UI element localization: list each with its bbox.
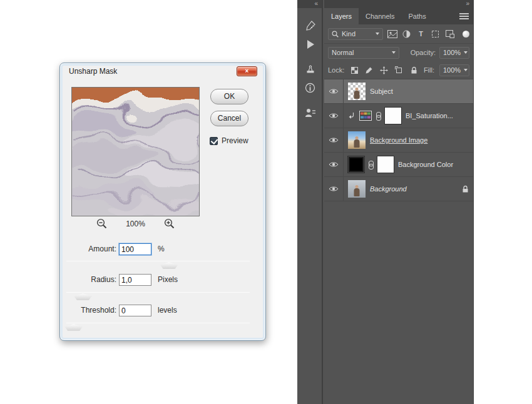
layer-name[interactable]: Background <box>370 185 407 193</box>
link-mask-icon[interactable] <box>369 161 373 169</box>
photoshop-dock: « » Layers Channels Paths <box>297 0 474 404</box>
eye-icon <box>329 88 339 94</box>
eye-icon <box>329 186 339 192</box>
preview-artwork <box>72 88 200 216</box>
kind-filter-label: Kind <box>342 30 356 38</box>
type-layers-filter-icon[interactable]: T <box>416 29 426 39</box>
smart-object-filter-icon[interactable] <box>444 29 455 39</box>
threshold-label: Threshold: <box>64 306 116 315</box>
fill-dropdown[interactable]: 100% <box>439 64 469 76</box>
lock-position-icon[interactable] <box>379 65 389 76</box>
shape-layers-filter-icon[interactable] <box>430 29 441 39</box>
filter-toggle-icon[interactable] <box>463 31 469 38</box>
brush-settings-panel-icon[interactable] <box>297 18 323 33</box>
tab-layers[interactable]: Layers <box>324 8 359 24</box>
actions-panel-icon[interactable] <box>297 37 323 52</box>
visibility-toggle[interactable] <box>324 128 344 152</box>
eye-icon <box>329 113 339 119</box>
chevron-down-icon <box>464 69 468 71</box>
ok-button[interactable]: OK <box>210 89 248 104</box>
radius-slider[interactable] <box>66 290 250 301</box>
layer-thumbnail[interactable] <box>348 83 366 100</box>
preview-image[interactable] <box>71 87 200 216</box>
threshold-slider-thumb[interactable] <box>65 324 83 331</box>
dialog-titlebar[interactable]: Unsharp Mask × <box>60 63 265 79</box>
blend-mode-dropdown[interactable]: Normal <box>328 47 399 59</box>
fill-value: 100% <box>443 66 461 74</box>
layer-row-subject[interactable]: Subject <box>324 79 473 104</box>
amount-slider-thumb[interactable] <box>160 262 178 269</box>
kind-filter-dropdown[interactable]: Kind <box>328 28 383 40</box>
layer-row-background[interactable]: Background <box>324 177 473 201</box>
layer-mask-thumbnail[interactable] <box>377 156 394 173</box>
unsharp-mask-dialog: Unsharp Mask × <box>59 63 266 341</box>
zoom-in-icon[interactable] <box>164 218 175 229</box>
layer-mask-thumbnail[interactable] <box>385 108 401 124</box>
layer-name[interactable]: Background Color <box>398 161 453 168</box>
link-mask-icon[interactable] <box>376 112 381 120</box>
radius-input[interactable] <box>119 274 151 286</box>
amount-slider[interactable] <box>66 258 250 270</box>
dialog-title: Unsharp Mask <box>69 67 117 76</box>
layers-list: Subject BI_Saturation... <box>324 79 473 201</box>
clipping-mask-icon <box>348 112 355 119</box>
layer-name[interactable]: BI_Saturation... <box>406 112 453 119</box>
layer-row-background-color[interactable]: Background Color <box>324 153 473 177</box>
threshold-slider-track[interactable] <box>66 323 250 323</box>
adjustment-layer-thumbnail[interactable] <box>359 111 372 121</box>
layer-thumbnail[interactable] <box>348 180 366 198</box>
character-panel-icon[interactable] <box>297 105 323 120</box>
radius-slider-track[interactable] <box>66 292 250 293</box>
pixel-layers-filter-icon[interactable] <box>387 29 397 39</box>
close-button[interactable]: × <box>237 66 257 76</box>
zoom-out-icon[interactable] <box>96 218 107 229</box>
fill-layer-thumbnail[interactable] <box>348 156 364 173</box>
amount-input[interactable] <box>119 243 151 255</box>
radius-slider-thumb[interactable] <box>74 293 91 300</box>
collapse-right-icon[interactable]: » <box>466 0 469 7</box>
visibility-toggle[interactable] <box>324 177 344 201</box>
lock-artboard-icon[interactable] <box>394 65 404 76</box>
dock-collapse-bar[interactable]: « <box>297 0 322 8</box>
visibility-toggle[interactable] <box>324 79 344 103</box>
preview-checkbox-row: Preview <box>210 136 248 145</box>
thumbnail-figure <box>354 139 360 148</box>
fill-label: Fill: <box>424 66 434 74</box>
thumbnail-figure <box>354 188 360 196</box>
tab-paths[interactable]: Paths <box>402 8 433 24</box>
radius-unit: Pixels <box>158 275 178 284</box>
amount-slider-track[interactable] <box>66 261 250 261</box>
tab-channels[interactable]: Channels <box>359 8 401 24</box>
layer-thumbnail[interactable] <box>348 131 366 149</box>
panel-collapse-bar[interactable]: » <box>324 0 473 8</box>
zoom-level: 100% <box>126 220 145 228</box>
lock-all-icon[interactable] <box>409 65 419 76</box>
cancel-button[interactable]: Cancel <box>210 111 248 126</box>
amount-label: Amount: <box>64 245 116 253</box>
layers-panel: » Layers Channels Paths Kind T <box>324 0 474 404</box>
clone-source-panel-icon[interactable] <box>297 61 323 76</box>
layer-row-background-image[interactable]: Background Image <box>324 128 473 153</box>
layer-row-bi-saturation[interactable]: BI_Saturation... <box>324 104 473 128</box>
close-icon: × <box>245 68 249 74</box>
threshold-input[interactable] <box>119 305 151 316</box>
opacity-dropdown[interactable]: 100% <box>439 47 469 59</box>
preview-checkbox[interactable] <box>210 137 218 145</box>
eye-icon <box>329 161 339 168</box>
collapse-left-icon[interactable]: « <box>314 0 318 7</box>
layer-name[interactable]: Subject <box>370 88 393 95</box>
panel-menu-icon[interactable] <box>459 13 469 19</box>
threshold-slider[interactable] <box>66 320 250 331</box>
layer-name[interactable]: Background Image <box>370 136 427 144</box>
adjustment-layers-filter-icon[interactable] <box>401 29 412 39</box>
visibility-toggle[interactable] <box>324 153 344 176</box>
opacity-label: Opacity: <box>411 49 436 56</box>
lock-image-pixels-icon[interactable] <box>364 65 374 76</box>
visibility-toggle[interactable] <box>324 104 344 128</box>
lock-label: Lock: <box>328 66 344 74</box>
lock-transparency-icon[interactable] <box>349 65 359 76</box>
opacity-value: 100% <box>443 49 461 56</box>
blend-mode-value: Normal <box>332 49 354 56</box>
info-panel-icon[interactable] <box>297 80 323 95</box>
layer-lock-icon <box>462 185 469 193</box>
